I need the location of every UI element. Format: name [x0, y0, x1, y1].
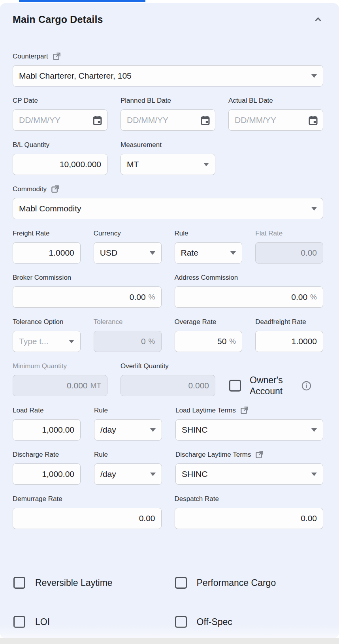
external-link-icon[interactable] — [52, 52, 61, 61]
currency-group: Currency USD — [94, 229, 162, 264]
bl-quantity-input[interactable]: 10,000.000 — [13, 154, 107, 175]
discharge-laytime-terms-group: Discharge Laytime Terms SHINC — [175, 450, 323, 485]
collapse-chevron-up-icon[interactable] — [313, 14, 323, 24]
despatch-rate-label: Despatch Rate — [175, 495, 324, 503]
load-rate-group: Load Rate 1,000.00 — [13, 406, 81, 441]
caret-down-icon — [150, 251, 155, 255]
measurement-select[interactable]: MT — [121, 154, 215, 175]
external-link-icon[interactable] — [51, 185, 60, 194]
caret-down-icon — [311, 207, 317, 211]
external-link-icon[interactable] — [240, 406, 249, 415]
caret-down-icon — [311, 428, 317, 432]
caret-down-icon — [69, 340, 74, 343]
bl-quantity-group: B/L Quantity 10,000.000 — [13, 141, 107, 175]
deadfreight-rate-input[interactable]: 1.0000 — [255, 331, 323, 352]
minimum-quantity-group: Minimum Quantity 0.000 MT — [13, 362, 107, 396]
calendar-icon[interactable] — [92, 115, 103, 126]
overage-rate-label: Overage Rate — [175, 318, 243, 326]
currency-select[interactable]: USD — [94, 242, 162, 264]
tolerance-label: Tolerance — [94, 318, 162, 326]
broker-commission-input[interactable]: 0.00 % — [13, 286, 162, 308]
percent-unit: % — [149, 337, 155, 346]
address-commission-label: Address Commission — [175, 273, 324, 282]
discharge-rate-input[interactable]: 1,000.00 — [13, 463, 81, 485]
performance-cargo-checkbox-item[interactable]: Performance Cargo — [175, 577, 324, 589]
commodity-group: Commodity Mabl Commodity — [13, 185, 323, 219]
actual-bl-date-label: Actual BL Date — [228, 96, 323, 105]
overlift-quantity-group: Overlift Quantity 0.000 — [121, 362, 215, 396]
calendar-icon[interactable] — [200, 115, 211, 126]
counterpart-select[interactable]: Mabl Charterer, Charterer, 105 — [13, 65, 323, 87]
freight-rate-input[interactable]: 1.0000 — [13, 242, 81, 264]
load-rule-group: Rule /day — [94, 406, 162, 441]
owners-account-checkbox[interactable] — [229, 380, 241, 392]
measurement-group: Measurement MT — [121, 141, 215, 175]
discharge-rule-select[interactable]: /day — [94, 463, 162, 485]
panel-header: Main Cargo Details — [13, 13, 323, 25]
percent-unit: % — [229, 337, 236, 346]
demurrage-rate-label: Demurrage Rate — [13, 495, 162, 503]
active-tab-indicator — [19, 0, 145, 2]
load-rate-input[interactable]: 1,000.00 — [13, 419, 81, 441]
cp-date-input[interactable]: DD/MM/YY — [13, 109, 107, 131]
broker-commission-group: Broker Commission 0.00 % — [13, 273, 162, 308]
off-spec-checkbox-item[interactable]: Off-Spec — [175, 616, 324, 628]
overlift-quantity-input: 0.000 — [121, 375, 215, 396]
tolerance-group: Tolerance 0 % — [94, 318, 162, 352]
off-spec-label: Off-Spec — [197, 617, 232, 627]
load-laytime-terms-group: Load Laytime Terms SHINC — [175, 406, 323, 441]
performance-cargo-checkbox[interactable] — [175, 577, 187, 589]
caret-down-icon — [311, 473, 317, 476]
address-commission-group: Address Commission 0.00 % — [175, 273, 324, 308]
tolerance-option-group: Tolerance Option Type t... — [13, 318, 81, 352]
calendar-icon[interactable] — [308, 115, 318, 126]
actual-bl-date-input[interactable]: DD/MM/YY — [228, 109, 323, 131]
despatch-rate-input[interactable]: 0.00 — [175, 508, 324, 529]
discharge-rule-group: Rule /day — [94, 450, 162, 485]
percent-unit: % — [310, 293, 317, 301]
minimum-quantity-input: 0.000 MT — [13, 375, 107, 396]
discharge-rule-label: Rule — [94, 450, 162, 459]
reversible-laytime-checkbox-item[interactable]: Reversible Laytime — [13, 577, 162, 589]
address-commission-input[interactable]: 0.00 % — [175, 286, 324, 308]
demurrage-rate-group: Demurrage Rate 0.00 — [13, 495, 162, 529]
reversible-laytime-label: Reversible Laytime — [35, 578, 113, 588]
tolerance-input: 0 % — [94, 331, 162, 352]
planned-bl-date-group: Planned BL Date DD/MM/YY — [121, 96, 215, 131]
loi-checkbox[interactable] — [13, 616, 25, 628]
commodity-select[interactable]: Mabl Commodity — [13, 198, 323, 219]
info-icon[interactable] — [301, 380, 312, 391]
bl-quantity-label: B/L Quantity — [13, 141, 107, 149]
reversible-laytime-checkbox[interactable] — [13, 577, 25, 589]
actual-bl-date-group: Actual BL Date DD/MM/YY — [228, 96, 323, 131]
overage-rate-input[interactable]: 50 % — [175, 331, 243, 352]
planned-bl-date-input[interactable]: DD/MM/YY — [121, 109, 215, 131]
discharge-rate-label: Discharge Rate — [13, 450, 81, 459]
freight-rule-select[interactable]: Rate — [175, 242, 243, 264]
tolerance-option-label: Tolerance Option — [13, 318, 81, 326]
loi-checkbox-item[interactable]: LOI — [13, 616, 162, 628]
load-laytime-terms-select[interactable]: SHINC — [175, 419, 323, 441]
measurement-label: Measurement — [121, 141, 215, 149]
deadfreight-rate-label: Deadfreight Rate — [255, 318, 323, 326]
discharge-rate-group: Discharge Rate 1,000.00 — [13, 450, 81, 485]
demurrage-rate-input[interactable]: 0.00 — [13, 508, 162, 529]
minimum-quantity-label: Minimum Quantity — [13, 362, 107, 370]
discharge-laytime-terms-label: Discharge Laytime Terms — [175, 450, 323, 459]
caret-down-icon — [230, 251, 236, 255]
mt-unit: MT — [90, 381, 101, 390]
off-spec-checkbox[interactable] — [175, 616, 187, 628]
load-rule-label: Rule — [94, 406, 162, 414]
counterpart-value: Mabl Charterer, Charterer, 105 — [19, 71, 132, 81]
planned-bl-date-label: Planned BL Date — [121, 96, 215, 105]
tolerance-option-select[interactable]: Type t... — [13, 331, 81, 352]
cp-date-group: CP Date DD/MM/YY — [13, 96, 107, 131]
load-rate-label: Load Rate — [13, 406, 81, 414]
discharge-laytime-terms-select[interactable]: SHINC — [175, 463, 323, 485]
caret-down-icon — [311, 74, 317, 78]
cp-date-label: CP Date — [13, 96, 107, 105]
load-rule-select[interactable]: /day — [94, 419, 162, 441]
external-link-icon[interactable] — [255, 450, 264, 459]
page-background-strip — [0, 638, 339, 644]
deadfreight-rate-group: Deadfreight Rate 1.0000 — [255, 318, 323, 352]
